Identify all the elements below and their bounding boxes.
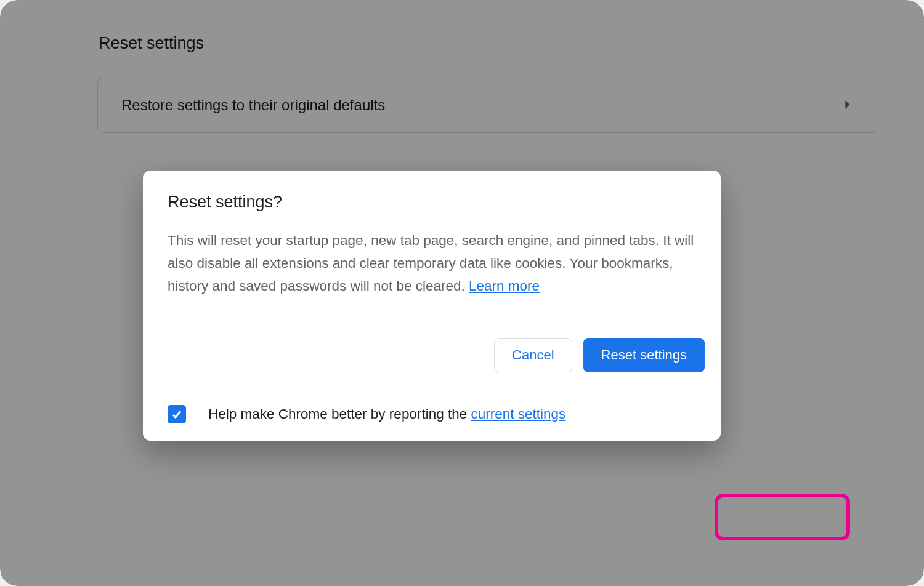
settings-page: Reset settings Restore settings to their… [0,0,924,586]
learn-more-link[interactable]: Learn more [469,278,540,294]
dialog-actions: Cancel Reset settings [143,315,721,390]
check-icon [171,408,183,420]
dialog-title: Reset settings? [168,193,696,212]
report-settings-checkbox[interactable] [168,405,186,423]
reset-settings-dialog: Reset settings? This will reset your sta… [143,171,721,441]
dialog-description-text: This will reset your startup page, new t… [168,233,694,294]
footer-text-before: Help make Chrome better by reporting the [208,406,471,422]
dialog-body: Reset settings? This will reset your sta… [143,171,721,315]
dialog-description: This will reset your startup page, new t… [168,229,696,297]
cancel-button[interactable]: Cancel [494,338,572,372]
dialog-footer: Help make Chrome better by reporting the… [143,390,721,441]
reset-settings-button[interactable]: Reset settings [583,338,705,372]
current-settings-link[interactable]: current settings [471,406,565,422]
footer-label: Help make Chrome better by reporting the… [208,406,565,422]
